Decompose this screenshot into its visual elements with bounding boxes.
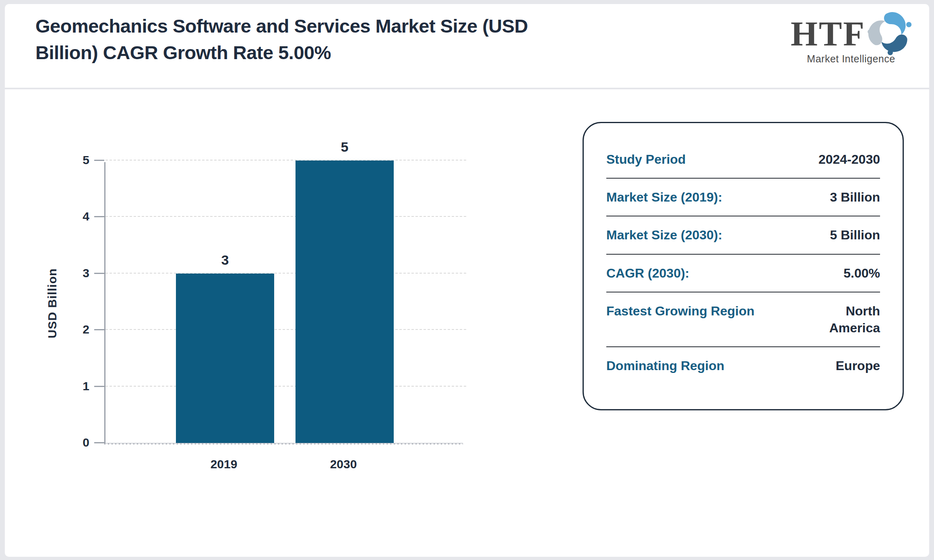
panel-row-label: Market Size (2030): <box>606 226 767 243</box>
panel-row: Dominating RegionEurope <box>606 347 880 384</box>
y-tick-mark <box>94 160 104 161</box>
panel-row-label: Study Period <box>606 151 767 168</box>
panel-row: Market Size (2030):5 Billion <box>606 216 880 254</box>
x-axis-baseline <box>105 443 466 445</box>
y-tick-label: 1 <box>67 380 89 393</box>
y-tick-label: 3 <box>67 267 89 280</box>
panel-row-value: 2024-2030 <box>792 151 880 168</box>
panel-row-value: 5 Billion <box>792 226 880 243</box>
panel-row: Fastest Growing RegionNorth America <box>606 292 880 347</box>
panel-row-label: Fastest Growing Region <box>606 303 767 319</box>
gridline <box>105 273 466 274</box>
y-tick-mark <box>94 329 104 330</box>
y-tick-label: 0 <box>67 436 89 449</box>
gridline <box>105 329 466 330</box>
plot-area: 01234535 <box>104 162 463 445</box>
gridline <box>105 160 466 161</box>
y-tick-label: 4 <box>67 210 89 223</box>
panel-row-label: CAGR (2030): <box>606 265 767 282</box>
y-tick-label: 5 <box>67 154 89 167</box>
y-axis-title: USD Billion <box>43 162 61 445</box>
info-panel: Study Period2024-2030Market Size (2019):… <box>583 122 904 410</box>
x-axis-labels: 20192030 <box>104 457 463 475</box>
brand-logo: HTF Market Intelligence <box>791 11 911 65</box>
gridline <box>105 216 466 217</box>
panel-row-value: 3 Billion <box>792 189 880 206</box>
panel-row: Study Period2024-2030 <box>606 141 880 179</box>
logo-row: HTF <box>791 11 911 56</box>
panel-row-value: North America <box>792 303 880 336</box>
panel-row-label: Market Size (2019): <box>606 189 767 206</box>
panel-row: CAGR (2030):5.00% <box>606 255 880 292</box>
bar-2030 <box>295 161 394 443</box>
y-tick-mark <box>94 442 104 443</box>
x-tick-label: 2030 <box>330 457 357 471</box>
panel-row-label: Dominating Region <box>606 357 767 374</box>
panel-row-value: Europe <box>792 357 880 374</box>
logo-tagline: Market Intelligence <box>791 53 911 65</box>
y-tick-mark <box>94 273 104 274</box>
htf-swirl-logo-icon <box>867 9 911 56</box>
panel-row: Market Size (2019):3 Billion <box>606 179 880 216</box>
bar-value-label: 5 <box>341 139 349 155</box>
y-tick-mark <box>94 386 104 387</box>
page-title: Geomechanics Software and Services Marke… <box>35 13 535 66</box>
report-card: Geomechanics Software and Services Marke… <box>5 4 929 557</box>
logo-brand-text: HTF <box>791 16 866 51</box>
bar-value-label: 3 <box>221 252 229 268</box>
y-tick-mark <box>94 216 104 217</box>
x-tick-label: 2019 <box>211 457 238 471</box>
bar-2019 <box>176 274 274 443</box>
gridline <box>105 386 466 387</box>
panel-row-value: 5.00% <box>792 265 880 282</box>
y-tick-label: 2 <box>67 323 89 336</box>
header-divider <box>5 88 929 89</box>
